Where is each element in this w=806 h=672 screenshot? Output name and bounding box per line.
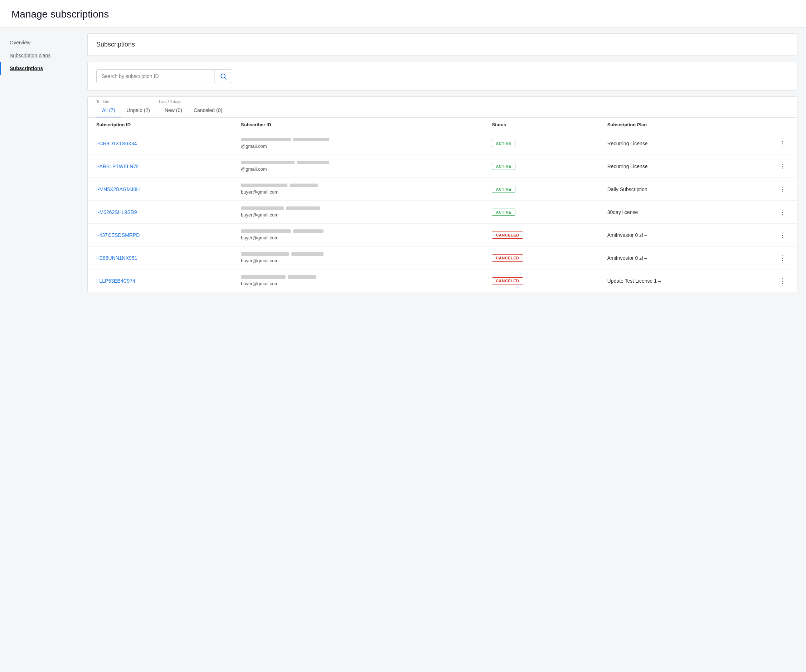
page-header: Manage subscriptions — [0, 0, 806, 28]
tab-group-todate: To date All (7) Unpaid (2) — [96, 97, 156, 117]
col-subscription-plan: Subscription Plan — [599, 118, 768, 132]
main-content: Subscriptions To date — [79, 28, 806, 671]
cell-status: ACTIVE — [483, 201, 598, 224]
cell-more: ⋮ — [768, 269, 797, 292]
last-30-label: Last 30 days — [159, 97, 228, 104]
cell-status: ACTIVE — [483, 155, 598, 178]
more-options-button[interactable]: ⋮ — [776, 185, 788, 194]
subscription-id-link[interactable]: I-E86UNN1NX951 — [96, 255, 137, 261]
cell-subscription-id: I-M0262SHL9SD9 — [88, 201, 232, 224]
tab-all[interactable]: All (7) — [96, 104, 121, 117]
table-row: I-M0262SHL9SD9 buyer@gmail.com ACTIVE 30… — [88, 201, 797, 224]
more-options-button[interactable]: ⋮ — [776, 230, 788, 240]
col-subscriber-id: Subscriber ID — [232, 118, 483, 132]
svg-line-1 — [225, 78, 226, 79]
cell-plan: AmiInvestor 0 zł – — [599, 224, 768, 246]
cell-status: CANCELED — [483, 269, 598, 292]
cell-more: ⋮ — [768, 155, 797, 178]
subscriber-email: buyer@gmail.com — [241, 281, 475, 286]
sidebar-item-overview[interactable]: Overview — [0, 36, 79, 49]
subscription-id-link[interactable]: I-LLP53EB4C974 — [96, 278, 135, 284]
cell-subscription-id: I-CR8D1X1S0X84 — [88, 132, 232, 155]
subscription-id-link[interactable]: I-ARB1PTWELN7E — [96, 163, 140, 169]
cell-plan: Recurring License – — [599, 155, 768, 178]
plan-name: 30day license — [607, 209, 638, 215]
cell-more: ⋮ — [768, 132, 797, 155]
more-options-button[interactable]: ⋮ — [776, 276, 788, 286]
cell-subscriber-id: buyer@gmail.com — [232, 246, 483, 269]
status-badge: ACTIVE — [492, 163, 515, 170]
subscriptions-table-card: To date All (7) Unpaid (2) Last 30 days — [88, 96, 798, 292]
cell-subscriber-id: @gmail.com — [232, 155, 483, 178]
cell-subscription-id: I-437CESDSMRPD — [88, 224, 232, 246]
tab-group-last30: Last 30 days New (0) Canceled (0) — [159, 97, 228, 117]
to-date-label: To date — [96, 97, 156, 104]
search-section — [88, 62, 798, 91]
cell-subscriber-id: buyer@gmail.com — [232, 269, 483, 292]
tab-unpaid[interactable]: Unpaid (2) — [121, 104, 156, 117]
col-actions — [768, 118, 797, 132]
subscriber-email: buyer@gmail.com — [241, 212, 475, 218]
plan-name: AmiInvestor 0 zł – — [607, 255, 647, 261]
sidebar-item-subscriptions[interactable]: Subscriptions — [0, 62, 79, 75]
cell-more: ⋮ — [768, 178, 797, 201]
subscriptions-card-header: Subscriptions — [88, 33, 798, 56]
subscriber-email: @gmail.com — [241, 167, 475, 172]
more-options-button[interactable]: ⋮ — [776, 162, 788, 171]
status-badge: CANCELED — [492, 254, 523, 262]
status-badge: ACTIVE — [492, 186, 515, 193]
subscription-id-link[interactable]: I-M0262SHL9SD9 — [96, 209, 137, 215]
more-options-button[interactable]: ⋮ — [776, 208, 788, 217]
cell-plan: Recurring License – — [599, 132, 768, 155]
plan-name: Recurring License – — [607, 140, 652, 146]
tabs-container: To date All (7) Unpaid (2) Last 30 days — [88, 97, 797, 118]
cell-subscription-id: I-MN5X2BAGMJ0H — [88, 178, 232, 201]
col-status: Status — [483, 118, 598, 132]
status-badge: CANCELED — [492, 277, 523, 284]
cell-status: CANCELED — [483, 246, 598, 269]
table-row: I-437CESDSMRPD buyer@gmail.com CANCELED … — [88, 224, 797, 246]
tab-canceled[interactable]: Canceled (0) — [188, 104, 228, 117]
subscription-id-link[interactable]: I-437CESDSMRPD — [96, 232, 140, 238]
search-input[interactable] — [97, 70, 215, 83]
sidebar-item-subscription-plans[interactable]: Subscription plans — [0, 49, 79, 62]
cell-status: ACTIVE — [483, 132, 598, 155]
subscriptions-card-title: Subscriptions — [96, 41, 135, 48]
cell-subscriber-id: @gmail.com — [232, 132, 483, 155]
cell-more: ⋮ — [768, 201, 797, 224]
cell-plan: AmiInvestor 0 zł – — [599, 246, 768, 269]
tab-new[interactable]: New (0) — [159, 104, 188, 117]
subscriber-email: @gmail.com — [241, 144, 475, 149]
status-badge: CANCELED — [492, 231, 523, 239]
table-row: I-LLP53EB4C974 buyer@gmail.com CANCELED … — [88, 269, 797, 292]
page-title: Manage subscriptions — [12, 8, 794, 20]
table-row: I-CR8D1X1S0X84 @gmail.com ACTIVE Recurri… — [88, 132, 797, 155]
cell-subscription-id: I-ARB1PTWELN7E — [88, 155, 232, 178]
status-badge: ACTIVE — [492, 209, 515, 216]
plan-name: AmiInvestor 0 zł – — [607, 232, 647, 238]
cell-subscription-id: I-LLP53EB4C974 — [88, 269, 232, 292]
search-button[interactable] — [215, 70, 232, 83]
cell-plan: Update Test License 1 – — [599, 269, 768, 292]
col-subscription-id: Subscription ID — [88, 118, 232, 132]
sidebar: Overview Subscription plans Subscription… — [0, 28, 79, 671]
cell-subscription-id: I-E86UNN1NX951 — [88, 246, 232, 269]
subscription-id-link[interactable]: I-CR8D1X1S0X84 — [96, 140, 137, 146]
plan-name: Daily Subscription — [607, 187, 647, 192]
subscriber-email: buyer@gmail.com — [241, 235, 475, 241]
cell-plan: Daily Subscription — [599, 178, 768, 201]
table-row: I-E86UNN1NX951 buyer@gmail.com CANCELED … — [88, 246, 797, 269]
cell-plan: 30day license — [599, 201, 768, 224]
cell-status: CANCELED — [483, 224, 598, 246]
subscription-id-link[interactable]: I-MN5X2BAGMJ0H — [96, 187, 140, 192]
subscriber-email: buyer@gmail.com — [241, 258, 475, 263]
table-row: I-ARB1PTWELN7E @gmail.com ACTIVE Recurri… — [88, 155, 797, 178]
more-options-button[interactable]: ⋮ — [776, 139, 788, 148]
plan-name: Recurring License – — [607, 163, 652, 169]
table-row: I-MN5X2BAGMJ0H buyer@gmail.com ACTIVE Da… — [88, 178, 797, 201]
plan-name: Update Test License 1 – — [607, 278, 661, 284]
more-options-button[interactable]: ⋮ — [776, 253, 788, 263]
cell-subscriber-id: buyer@gmail.com — [232, 201, 483, 224]
status-badge: ACTIVE — [492, 140, 515, 147]
subscriptions-table: Subscription ID Subscriber ID Status Sub… — [88, 118, 797, 292]
